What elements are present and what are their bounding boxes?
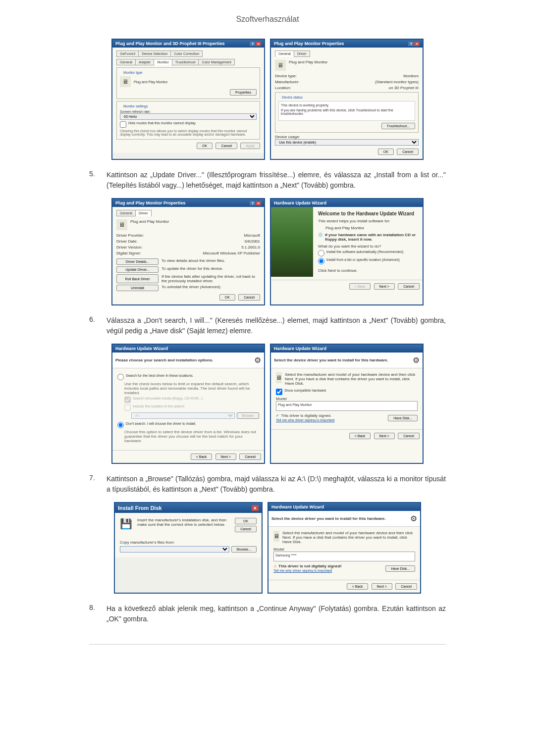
cancel-button[interactable]: Cancel [395,583,417,590]
back-button[interactable]: < Back [349,433,371,439]
close-icon[interactable]: × [252,505,259,511]
wizard-title: Hardware Update Wizard [274,201,326,205]
tab-general[interactable]: General [116,210,136,216]
hardware-update-wizard-options: Hardware Update Wizard Please choose you… [111,344,265,464]
back-button[interactable]: < Back [191,454,213,460]
device-type-label: Device type: [275,74,297,78]
close-icon[interactable]: × [256,201,261,205]
monitor-name: Plug and Play Monitor [134,80,167,84]
driver-details-button[interactable]: Driver Details... [116,258,159,265]
opt-search-label: Search for the best driver in these loca… [126,374,194,380]
location: on 3D Prophet III [389,86,419,90]
wizard-sidebar [271,207,313,277]
hide-modes-checkbox[interactable] [120,121,126,128]
cancel-button[interactable]: Cancel [239,454,261,460]
next-button[interactable]: Next > [374,433,395,439]
next-button[interactable]: Next > [374,283,395,290]
status-text: This device is working properly. [281,103,413,107]
back-button[interactable]: < Back [349,283,371,290]
opt-search-radio[interactable] [117,374,124,380]
footer-divider [89,644,446,645]
manufacturer: (Standard monitor types) [375,80,419,84]
tab-monitor[interactable]: Monitor [154,59,172,65]
location-label: Location: [275,86,291,90]
step-number: 5. [89,170,107,191]
device-usage-select[interactable]: Use this device (enable) [275,139,419,146]
ok-button[interactable]: OK [197,143,213,149]
model-list[interactable]: Samsung **** [273,552,415,561]
tab-color-mgmt[interactable]: Color Management [198,59,235,65]
have-disk-button[interactable]: Have Disk... [388,415,418,421]
troubleshoot-button[interactable]: Troubleshoot... [381,123,415,129]
refresh-rate-select[interactable]: 60 Hertz [120,113,257,120]
ok-button[interactable]: OK [378,149,394,155]
tab-device-sel[interactable]: Device Selection [138,50,171,57]
update-driver-text: To update the driver for this device. [161,266,260,273]
cancel-button[interactable]: Cancel [238,294,260,301]
tab-general[interactable]: General [116,59,136,65]
opt-auto-radio[interactable] [318,250,324,256]
close-icon[interactable]: × [256,42,261,46]
copy-from-select[interactable] [120,546,229,553]
help-icon[interactable]: ? [250,201,255,205]
back-button[interactable]: < Back [347,583,369,590]
provider: Microsoft [244,233,260,238]
step-text: Kattintson az „Update Driver..." (Illesz… [107,170,446,191]
compat-checkbox[interactable] [276,389,282,395]
have-disk-button[interactable]: Have Disk... [385,565,415,572]
browse-button[interactable]: Browse... [231,546,257,553]
model-item[interactable]: Plug and Play Monitor [278,403,416,406]
tab-color-correction[interactable]: Color Correction [170,50,203,57]
help-icon[interactable]: ? [250,42,255,46]
dialog-title: Plug and Play Monitor Properties [115,201,186,205]
tab-adapter[interactable]: Adapter [135,59,155,65]
driver-details-text: To view details about the driver files. [161,258,260,265]
help-icon[interactable]: ? [408,42,414,46]
device-icon: ⚙ [254,355,261,365]
ok-button[interactable]: OK [219,294,235,301]
model-item[interactable]: Samsung **** [275,554,413,557]
include-location-checkbox [124,404,131,411]
cancel-button[interactable]: Cancel [215,143,237,149]
model-list[interactable]: Plug and Play Monitor [276,401,418,411]
cancel-button[interactable]: Cancel [398,433,420,439]
cancel-button[interactable]: Cancel [397,149,419,155]
tab-general[interactable]: General [275,50,294,57]
rollback-text: If the device fails after updating the d… [161,274,260,283]
next-button[interactable]: Next > [372,583,392,590]
ok-button[interactable]: OK [235,518,257,524]
uninstall-button[interactable]: Uninstall [116,285,159,291]
rollback-button[interactable]: Roll Back Driver [116,274,159,283]
monitor-icon: 🖥 [273,531,279,542]
tab-driver[interactable]: Driver [294,50,310,57]
device-type: Monitors [403,74,419,78]
cancel-button[interactable]: Cancel [398,283,420,290]
step-number: 7. [89,474,107,495]
uninstall-text: To uninstall the driver (Advanced). [161,285,260,291]
properties-button[interactable]: Properties [230,89,257,96]
monitor-properties-driver-dialog: Plug and Play Monitor Properties?× Gener… [111,198,265,305]
tab-geforce[interactable]: GeForce3 [116,50,139,57]
close-icon[interactable]: × [414,42,420,46]
version: 5.1.2001.0 [241,245,260,250]
apply-button[interactable]: Apply [240,143,260,149]
device-icon: ⚙ [413,355,420,365]
signing-link[interactable]: Tell me why driver signing is important [273,569,332,572]
search-media-checkbox [124,397,131,403]
monitor-icon: 🖥 [275,60,286,71]
cancel-button[interactable]: Cancel [235,526,257,532]
version-label: Driver Version: [116,245,142,250]
device-usage-label: Device usage: [275,135,419,139]
signing-link[interactable]: Tell me why driver signing is important [276,418,334,422]
device-status-label: Device status [280,96,304,99]
opt-dontsearch-radio[interactable] [117,422,124,428]
tab-troubleshoot[interactable]: Troubleshoot [172,59,199,65]
signer: Microsoft Windows XP Publisher [203,251,260,255]
next-button[interactable]: Next > [215,454,236,460]
browse-button: Browse [237,412,259,419]
opt-list-radio[interactable] [318,258,324,264]
hardware-update-wizard-select-model: Hardware Update Wizard Select the device… [268,502,421,594]
tab-driver[interactable]: Driver [135,210,152,216]
monitor-properties-dialog-2: Plug and Play Monitor Properties?× Gener… [270,39,424,160]
update-driver-button[interactable]: Update Driver... [116,266,159,273]
